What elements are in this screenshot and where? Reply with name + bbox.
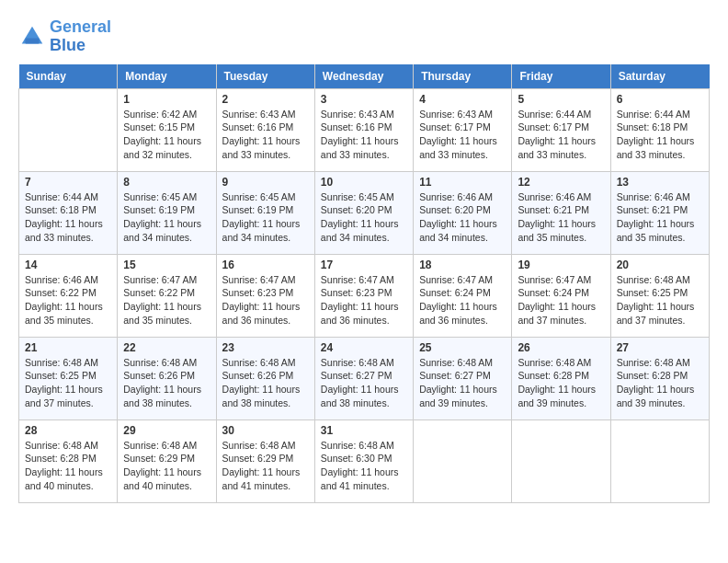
- day-cell: [512, 419, 610, 502]
- day-number: 15: [123, 259, 210, 271]
- day-info: Sunrise: 6:48 AMSunset: 6:28 PMDaylight:…: [617, 356, 703, 410]
- day-info: Sunrise: 6:47 AMSunset: 6:24 PMDaylight:…: [419, 273, 506, 327]
- day-number: 18: [419, 259, 506, 271]
- day-number: 17: [321, 259, 407, 271]
- day-info: Sunrise: 6:45 AMSunset: 6:20 PMDaylight:…: [321, 190, 407, 245]
- day-cell: 15Sunrise: 6:47 AMSunset: 6:22 PMDayligh…: [118, 254, 216, 337]
- week-row-5: 28Sunrise: 6:48 AMSunset: 6:28 PMDayligh…: [19, 419, 710, 502]
- day-number: 11: [419, 176, 506, 189]
- day-cell: 29Sunrise: 6:48 AMSunset: 6:29 PMDayligh…: [118, 419, 216, 502]
- day-cell: 19Sunrise: 6:47 AMSunset: 6:24 PMDayligh…: [512, 254, 610, 337]
- day-cell: 28Sunrise: 6:48 AMSunset: 6:28 PMDayligh…: [19, 419, 118, 502]
- day-info: Sunrise: 6:47 AMSunset: 6:23 PMDaylight:…: [321, 273, 407, 327]
- day-cell: 3Sunrise: 6:43 AMSunset: 6:16 PMDaylight…: [314, 88, 413, 171]
- day-cell: 20Sunrise: 6:48 AMSunset: 6:25 PMDayligh…: [610, 254, 709, 337]
- day-info: Sunrise: 6:47 AMSunset: 6:23 PMDaylight:…: [222, 273, 309, 327]
- day-info: Sunrise: 6:48 AMSunset: 6:27 PMDaylight:…: [321, 356, 407, 410]
- page-header: General Blue: [18, 18, 710, 55]
- day-info: Sunrise: 6:45 AMSunset: 6:19 PMDaylight:…: [123, 190, 210, 245]
- header-cell-thursday: Thursday: [414, 64, 512, 89]
- day-number: 28: [25, 424, 111, 437]
- day-info: Sunrise: 6:48 AMSunset: 6:27 PMDaylight:…: [419, 356, 506, 410]
- day-cell: [414, 419, 512, 502]
- day-number: 29: [123, 424, 210, 437]
- day-number: 21: [25, 341, 111, 354]
- day-cell: 30Sunrise: 6:48 AMSunset: 6:29 PMDayligh…: [216, 419, 314, 502]
- day-cell: 5Sunrise: 6:44 AMSunset: 6:17 PMDaylight…: [512, 88, 610, 171]
- day-cell: 25Sunrise: 6:48 AMSunset: 6:27 PMDayligh…: [414, 337, 512, 419]
- day-cell: 7Sunrise: 6:44 AMSunset: 6:18 PMDaylight…: [19, 171, 118, 254]
- header-cell-friday: Friday: [512, 64, 610, 89]
- day-number: 30: [222, 424, 309, 437]
- day-info: Sunrise: 6:47 AMSunset: 6:22 PMDaylight:…: [123, 273, 210, 327]
- day-number: 27: [617, 341, 703, 354]
- day-number: 12: [518, 176, 604, 189]
- day-cell: 31Sunrise: 6:48 AMSunset: 6:30 PMDayligh…: [314, 419, 413, 502]
- day-number: 16: [222, 259, 309, 271]
- day-info: Sunrise: 6:48 AMSunset: 6:28 PMDaylight:…: [25, 439, 111, 493]
- day-cell: 26Sunrise: 6:48 AMSunset: 6:28 PMDayligh…: [512, 337, 610, 419]
- day-cell: 16Sunrise: 6:47 AMSunset: 6:23 PMDayligh…: [216, 254, 314, 337]
- day-cell: 9Sunrise: 6:45 AMSunset: 6:19 PMDaylight…: [216, 171, 314, 254]
- day-info: Sunrise: 6:44 AMSunset: 6:18 PMDaylight:…: [617, 108, 703, 162]
- day-info: Sunrise: 6:46 AMSunset: 6:21 PMDaylight:…: [518, 190, 604, 245]
- day-cell: [610, 419, 709, 502]
- day-cell: 10Sunrise: 6:45 AMSunset: 6:20 PMDayligh…: [314, 171, 413, 254]
- day-number: 9: [222, 176, 309, 189]
- day-cell: 4Sunrise: 6:43 AMSunset: 6:17 PMDaylight…: [414, 88, 512, 171]
- day-cell: [19, 88, 118, 171]
- day-cell: 11Sunrise: 6:46 AMSunset: 6:20 PMDayligh…: [414, 171, 512, 254]
- day-info: Sunrise: 6:48 AMSunset: 6:26 PMDaylight:…: [123, 356, 210, 410]
- day-info: Sunrise: 6:48 AMSunset: 6:28 PMDaylight:…: [518, 356, 604, 410]
- day-number: 7: [25, 176, 111, 189]
- day-info: Sunrise: 6:48 AMSunset: 6:29 PMDaylight:…: [222, 439, 309, 493]
- day-info: Sunrise: 6:48 AMSunset: 6:29 PMDaylight:…: [123, 439, 210, 493]
- day-number: 4: [419, 93, 506, 106]
- day-info: Sunrise: 6:44 AMSunset: 6:17 PMDaylight:…: [518, 108, 604, 162]
- day-info: Sunrise: 6:43 AMSunset: 6:17 PMDaylight:…: [419, 108, 506, 162]
- day-cell: 18Sunrise: 6:47 AMSunset: 6:24 PMDayligh…: [414, 254, 512, 337]
- week-row-3: 14Sunrise: 6:46 AMSunset: 6:22 PMDayligh…: [19, 254, 710, 337]
- day-cell: 21Sunrise: 6:48 AMSunset: 6:25 PMDayligh…: [19, 337, 118, 419]
- header-cell-sunday: Sunday: [19, 64, 118, 89]
- week-row-4: 21Sunrise: 6:48 AMSunset: 6:25 PMDayligh…: [19, 337, 710, 419]
- day-number: 2: [222, 93, 309, 106]
- day-info: Sunrise: 6:45 AMSunset: 6:19 PMDaylight:…: [222, 190, 309, 245]
- day-info: Sunrise: 6:47 AMSunset: 6:24 PMDaylight:…: [518, 273, 604, 327]
- day-info: Sunrise: 6:43 AMSunset: 6:16 PMDaylight:…: [321, 108, 407, 162]
- day-cell: 6Sunrise: 6:44 AMSunset: 6:18 PMDaylight…: [610, 88, 709, 171]
- day-number: 22: [123, 341, 210, 354]
- day-number: 20: [617, 259, 703, 271]
- day-cell: 17Sunrise: 6:47 AMSunset: 6:23 PMDayligh…: [314, 254, 413, 337]
- logo: General Blue: [18, 18, 111, 55]
- day-info: Sunrise: 6:48 AMSunset: 6:25 PMDaylight:…: [617, 273, 703, 327]
- logo-text: General Blue: [50, 18, 111, 55]
- day-cell: 22Sunrise: 6:48 AMSunset: 6:26 PMDayligh…: [118, 337, 216, 419]
- header-cell-saturday: Saturday: [610, 64, 709, 89]
- svg-rect-1: [26, 38, 40, 43]
- day-number: 10: [321, 176, 407, 189]
- day-number: 3: [321, 93, 407, 106]
- day-cell: 1Sunrise: 6:42 AMSunset: 6:15 PMDaylight…: [118, 88, 216, 171]
- day-number: 1: [123, 93, 210, 106]
- day-number: 5: [518, 93, 604, 106]
- day-cell: 8Sunrise: 6:45 AMSunset: 6:19 PMDaylight…: [118, 171, 216, 254]
- day-info: Sunrise: 6:42 AMSunset: 6:15 PMDaylight:…: [123, 108, 210, 162]
- week-row-2: 7Sunrise: 6:44 AMSunset: 6:18 PMDaylight…: [19, 171, 710, 254]
- day-info: Sunrise: 6:46 AMSunset: 6:21 PMDaylight:…: [617, 190, 703, 245]
- day-number: 19: [518, 259, 604, 271]
- day-info: Sunrise: 6:43 AMSunset: 6:16 PMDaylight:…: [222, 108, 309, 162]
- day-info: Sunrise: 6:48 AMSunset: 6:26 PMDaylight:…: [222, 356, 309, 410]
- day-cell: 13Sunrise: 6:46 AMSunset: 6:21 PMDayligh…: [610, 171, 709, 254]
- day-info: Sunrise: 6:46 AMSunset: 6:22 PMDaylight:…: [25, 273, 111, 327]
- header-cell-monday: Monday: [118, 64, 216, 89]
- week-row-1: 1Sunrise: 6:42 AMSunset: 6:15 PMDaylight…: [19, 88, 710, 171]
- day-number: 13: [617, 176, 703, 189]
- day-number: 26: [518, 341, 604, 354]
- day-info: Sunrise: 6:44 AMSunset: 6:18 PMDaylight:…: [25, 190, 111, 245]
- day-cell: 27Sunrise: 6:48 AMSunset: 6:28 PMDayligh…: [610, 337, 709, 419]
- header-cell-wednesday: Wednesday: [314, 64, 413, 89]
- day-number: 6: [617, 93, 703, 106]
- day-cell: 2Sunrise: 6:43 AMSunset: 6:16 PMDaylight…: [216, 88, 314, 171]
- day-number: 25: [419, 341, 506, 354]
